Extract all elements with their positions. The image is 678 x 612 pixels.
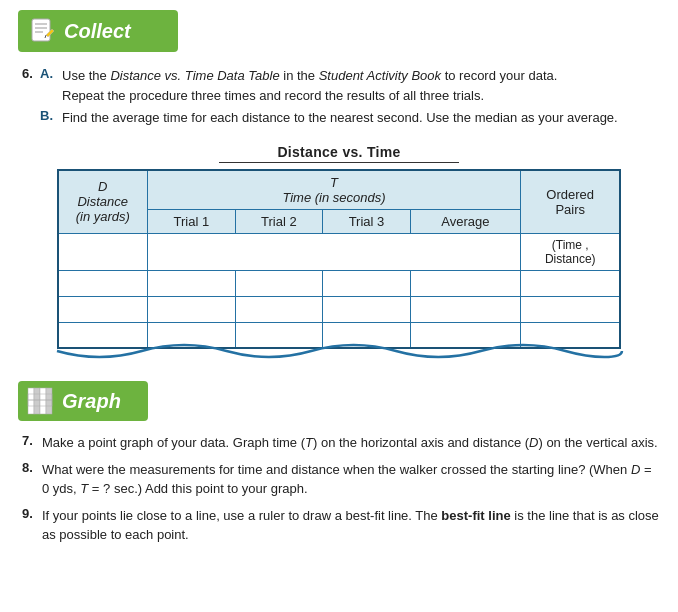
q6b-text: Find the average time for each distance …	[62, 108, 660, 128]
collect-icon	[26, 15, 58, 47]
wavy-bottom-decoration	[57, 349, 622, 363]
data-row-1	[58, 270, 621, 296]
svg-rect-6	[28, 388, 34, 414]
table-section: Distance vs. Time D Distance (in yards) …	[18, 144, 660, 364]
op-cell-3	[520, 322, 620, 348]
t3-cell-1	[323, 270, 411, 296]
q7-T: T	[305, 435, 313, 450]
ordered-sub-cell	[58, 233, 148, 270]
question-6-header: 6. A. Use the Distance vs. Time Data Tab…	[22, 66, 660, 105]
t2-cell-2	[235, 296, 323, 322]
collect-banner: Collect	[18, 10, 178, 52]
svg-rect-7	[34, 388, 40, 414]
t2-cell-3	[235, 322, 323, 348]
col-d-unit: (in yards)	[76, 209, 130, 224]
graph-questions-block: 7. Make a point graph of your data. Grap…	[18, 433, 660, 545]
table-subheader-row: (Time , Distance)	[58, 233, 621, 270]
q9-number: 9.	[22, 506, 42, 545]
avg-cell-1	[410, 270, 520, 296]
q8-number: 8.	[22, 460, 42, 499]
col-t-sub: Time (in seconds)	[282, 190, 385, 205]
col-d-header: D Distance (in yards)	[58, 170, 148, 234]
trial3-header: Trial 3	[323, 209, 411, 233]
table-header-row-1: D Distance (in yards) T Time (in seconds…	[58, 170, 621, 210]
graph-label: Graph	[62, 390, 121, 413]
d-cell-1	[58, 270, 148, 296]
q7-D: D	[529, 435, 538, 450]
trial2-header: Trial 2	[235, 209, 323, 233]
q6a-italic1: Distance vs. Time Data Table	[110, 68, 279, 83]
q6a-italic2: Student Activity Book	[319, 68, 441, 83]
t1-cell-1	[148, 270, 236, 296]
graph-banner: Graph	[18, 381, 148, 421]
col-t-label: T	[330, 175, 338, 190]
data-row-2	[58, 296, 621, 322]
table-title-divider	[219, 162, 459, 163]
col-d-text: Distance	[77, 194, 128, 209]
question-6b-block: B. Find the average time for each distan…	[40, 108, 660, 128]
question-9-block: 9. If your points lie close to a line, u…	[22, 506, 660, 545]
data-row-3	[58, 322, 621, 348]
blank-t-sub	[148, 233, 521, 270]
d-cell-3	[58, 322, 148, 348]
q8-D: D	[631, 462, 640, 477]
col-d-label: D	[98, 179, 107, 194]
t2-cell-1	[235, 270, 323, 296]
d-cell-2	[58, 296, 148, 322]
col-ordered-header: Ordered Pairs	[520, 170, 620, 234]
q7-number: 7.	[22, 433, 42, 453]
svg-rect-9	[46, 388, 52, 414]
q7-text: Make a point graph of your data. Graph t…	[42, 433, 660, 453]
ordered-pairs-sub: (Time , Distance)	[520, 233, 620, 270]
ordered-line1: Ordered	[546, 187, 594, 202]
q8-text: What were the measurements for time and …	[42, 460, 660, 499]
svg-rect-0	[32, 19, 50, 41]
q6b-letter: B.	[40, 108, 62, 128]
graph-icon	[26, 386, 56, 416]
distance-time-table: D Distance (in yards) T Time (in seconds…	[57, 169, 622, 350]
trial1-header: Trial 1	[148, 209, 236, 233]
op-cell-1	[520, 270, 620, 296]
avg-cell-3	[410, 322, 520, 348]
op-cell-2	[520, 296, 620, 322]
q9-bold: best-fit line	[441, 508, 510, 523]
t1-cell-2	[148, 296, 236, 322]
t3-cell-3	[323, 322, 411, 348]
question-8-block: 8. What were the measurements for time a…	[22, 460, 660, 499]
table-title: Distance vs. Time	[18, 144, 660, 160]
q6-number: 6.	[22, 66, 40, 105]
q6a-text: Use the Distance vs. Time Data Table in …	[62, 66, 660, 105]
q8-T: T	[80, 481, 88, 496]
svg-rect-8	[40, 388, 46, 414]
q6a-letter: A.	[40, 66, 62, 105]
question-7-block: 7. Make a point graph of your data. Grap…	[22, 433, 660, 453]
question-6-block: 6. A. Use the Distance vs. Time Data Tab…	[18, 66, 660, 128]
ordered-line2: Pairs	[555, 202, 585, 217]
collect-label: Collect	[64, 20, 131, 43]
q9-text: If your points lie close to a line, use …	[42, 506, 660, 545]
avg-cell-2	[410, 296, 520, 322]
average-header: Average	[410, 209, 520, 233]
col-t-header: T Time (in seconds)	[148, 170, 521, 210]
t3-cell-2	[323, 296, 411, 322]
